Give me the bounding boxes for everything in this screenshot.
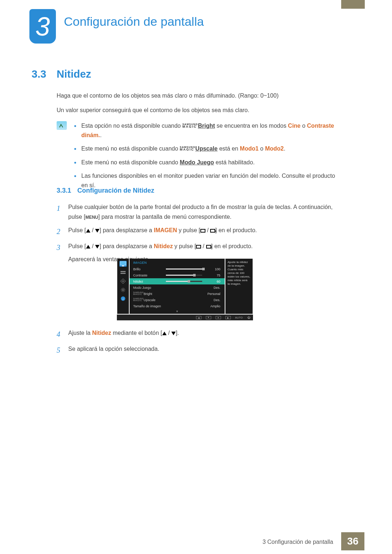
text: Pulse [: [68, 227, 86, 233]
note-item-2: Este menú no está disponible cuando SAMS…: [74, 144, 340, 153]
osd-row: Tamaño de imagenAmplio: [130, 303, 225, 309]
note-block: Esta opción no está disponible cuando SA…: [57, 121, 340, 194]
page-number: 36: [341, 532, 364, 550]
osd-sidebar: i: [117, 259, 129, 314]
step-body: Pulse cualquier botón de la parte fronta…: [68, 202, 340, 222]
osd-row: Nitidez60: [130, 278, 225, 284]
text: MAGIC: [182, 125, 198, 128]
svg-point-4: [122, 289, 124, 291]
menu-button-label: MENU: [85, 214, 98, 221]
osd-nav-bar: ◀ ▼ ▲ ▶ AUTO ⏻: [117, 315, 253, 320]
nav-power-icon: ⏻: [247, 316, 250, 319]
osd-scroll-indicator: ▼: [130, 309, 225, 314]
chapter-number: 3: [35, 12, 50, 41]
text: Este menú no está disponible cuando: [81, 159, 180, 165]
nav-down-icon: ▼: [206, 316, 211, 319]
osd-main-panel: IMAGEN Brillo100Contraste75Nitidez60Modo…: [130, 259, 225, 314]
svg-rect-2: [121, 271, 126, 272]
footer-chapter-label: 3 Configuración de pantalla: [262, 539, 333, 545]
step-4: 4 Ajuste la Nitidez mediante el botón [ …: [57, 328, 179, 340]
text: mediante el botón [: [111, 330, 162, 336]
step-number: 1: [57, 202, 62, 222]
text: MAGIC: [180, 148, 195, 151]
steps-block-1: 1 Pulse cualquier botón de la parte fron…: [57, 202, 340, 268]
source-icon: [200, 229, 205, 233]
text: o: [258, 145, 265, 152]
osd-row: Brillo100: [130, 266, 225, 272]
step-number: 4: [57, 328, 62, 340]
nav-left-icon: ◀: [196, 316, 201, 319]
osd-resize-icon: [119, 278, 127, 284]
step-5: 5 Se aplicará la opción seleccionada.: [57, 344, 179, 356]
osd-row: SAMSUNGMAGICUpscaleDes.: [130, 297, 225, 303]
text: está en: [217, 145, 240, 152]
text: Ajuste la: [68, 330, 92, 336]
subsection-title: Configuración de Nitidez: [77, 187, 154, 194]
chapter-title: Configuración de pantalla: [64, 15, 204, 29]
step-number: 2: [57, 225, 62, 238]
intro-paragraph-2: Un valor superior conseguirá que el cont…: [57, 106, 278, 115]
note-item-3: Este menú no está disponible cuando Modo…: [74, 158, 340, 167]
text: .: [284, 145, 285, 152]
text: Upscale: [195, 145, 217, 152]
triangle-down-icon: [171, 332, 176, 335]
osd-settings-icon: [119, 287, 127, 293]
osd-info-icon: i: [119, 296, 127, 301]
text: Modo1: [240, 145, 259, 152]
note-list: Esta opción no está disponible cuando SA…: [74, 121, 340, 194]
osd-row: Modo JuegoDes.: [130, 284, 225, 291]
text: ] para desplazarse a: [99, 243, 154, 249]
text: Esta opción no está disponible cuando: [81, 123, 182, 129]
text: .: [100, 132, 102, 138]
triangle-down-icon: [95, 229, 99, 233]
steps-block-2: 4 Ajuste la Nitidez mediante el botón [ …: [57, 328, 179, 360]
samsung-magic-label: SAMSUNGMAGIC: [180, 146, 195, 151]
text: Pulse [: [68, 243, 86, 249]
step-body: Ajuste la Nitidez mediante el botón [ / …: [68, 328, 179, 340]
osd-row: SAMSUNGMAGICBrightPersonal: [130, 291, 225, 297]
text: Modo2: [265, 145, 284, 152]
text: Cine: [288, 123, 301, 129]
triangle-down-icon: [95, 245, 99, 249]
osd-screenshot: i IMAGEN Brillo100Contraste75Nitidez60Mo…: [117, 259, 253, 320]
osd-title: IMAGEN: [130, 260, 225, 266]
header-accent-bar: [341, 0, 365, 9]
svg-rect-1: [122, 266, 124, 266]
text: está habilitado.: [214, 159, 255, 165]
triangle-up-icon: [162, 332, 167, 335]
step-number: 5: [57, 344, 62, 356]
source-icon: [196, 245, 201, 249]
step-body: Se aplicará la opción seleccionada.: [68, 344, 179, 356]
note-icon: [57, 121, 67, 130]
text: Este menú no está disponible cuando: [81, 145, 180, 152]
text: y pulse [: [177, 227, 200, 233]
section-title: Nitidez: [57, 68, 91, 80]
osd-color-icon: [119, 270, 127, 275]
osd-help-panel: Ajuste la nitidez de la imagen.Cuanto má…: [225, 259, 253, 314]
chapter-badge: 3: [29, 9, 56, 44]
text: ].: [176, 330, 179, 336]
section-number: 3.3: [32, 68, 46, 80]
text: o: [301, 123, 307, 129]
intro-paragraph-1: Haga que el contorno de los objetos sea …: [57, 91, 278, 100]
step-1: 1 Pulse cualquier botón de la parte fron…: [57, 202, 340, 222]
subsection-number: 3.3.1: [57, 187, 71, 194]
text: ] para mostrar la pantalla de menú corre…: [98, 214, 231, 220]
svg-rect-0: [120, 262, 126, 265]
triangle-up-icon: [86, 229, 90, 233]
step-number: 3: [57, 241, 62, 264]
nav-auto-label: AUTO: [235, 316, 243, 319]
text: IMAGEN: [154, 227, 177, 233]
osd-row: Contraste75: [130, 272, 225, 278]
text: ] en el producto.: [215, 227, 257, 233]
text: Modo Juego: [180, 159, 214, 165]
nav-up-icon: ▲: [216, 316, 221, 319]
text: Nitidez: [154, 243, 173, 249]
note-item-1: Esta opción no está disponible cuando SA…: [74, 121, 340, 140]
text: y pulse [: [173, 243, 196, 249]
samsung-magic-label: SAMSUNGMAGIC: [182, 123, 198, 128]
svg-rect-3: [121, 273, 126, 274]
enter-icon: [206, 245, 211, 249]
text: ] en el producto.: [211, 243, 253, 249]
osd-monitor-icon: [119, 261, 127, 267]
